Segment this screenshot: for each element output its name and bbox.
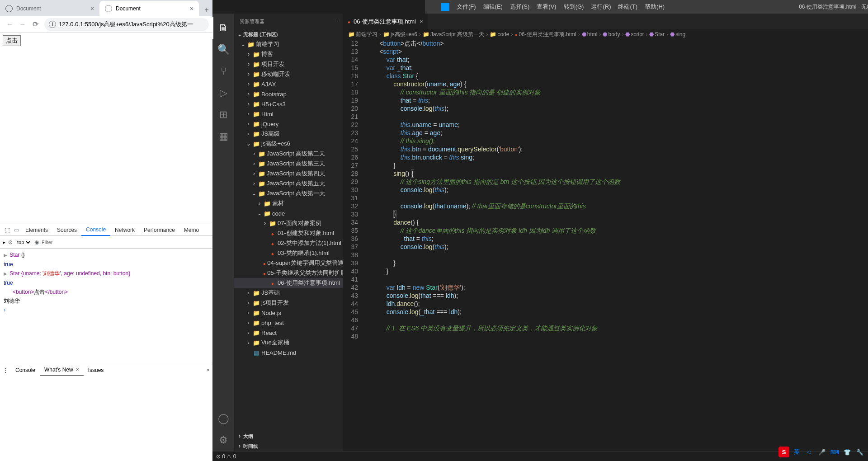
tree-item[interactable]: ›📁jQuery [234, 119, 343, 129]
close-drawer-icon[interactable]: × [207, 367, 210, 373]
close-icon[interactable]: × [76, 367, 79, 373]
toggle-sidebar-icon[interactable]: ▸ [3, 239, 5, 245]
tree-item[interactable]: ›📁JS高级 [234, 129, 343, 139]
tree-item[interactable]: ›📁博客 [234, 49, 343, 59]
tree-item[interactable]: ›📁Html [234, 109, 343, 119]
tree-item[interactable]: ›📁JS基础 [234, 288, 343, 298]
menu-icon[interactable]: ⋮ [3, 367, 8, 373]
inspect-icon[interactable]: ⬚ [3, 227, 12, 233]
tree-item[interactable]: ›📁Node.js [234, 308, 343, 318]
gear-icon[interactable]: ⚙ [212, 429, 234, 451]
new-tab-button[interactable]: + [201, 4, 212, 16]
device-icon[interactable]: ▭ [12, 227, 21, 233]
menu-file[interactable]: 文件(F) [453, 3, 480, 11]
timeline-header[interactable]: ›时间线 [234, 441, 343, 451]
sogou-icon[interactable]: S [778, 447, 789, 457]
ime-voice-icon[interactable]: 🎤 [816, 447, 827, 457]
globe-icon [5, 5, 13, 12]
tree-item[interactable]: ⌄📁JavaScript 高级第一天 [234, 188, 343, 198]
tree-item[interactable]: ›📁JavaScript 高级第五天 [234, 179, 343, 188]
tree-item[interactable]: ›📁素材 [234, 198, 343, 208]
tree-item[interactable]: ›📁项目开发 [234, 59, 343, 69]
ime-keyboard-icon[interactable]: ⌨ [829, 447, 840, 457]
more-icon[interactable]: ⋯ [332, 19, 337, 24]
menu-selection[interactable]: 选择(S) [506, 3, 533, 11]
tree-item[interactable]: ›📁Bootstrap [234, 89, 343, 99]
tree-item[interactable]: ›📁JavaScript 高级第三天 [234, 159, 343, 169]
browser-tab-active[interactable]: Document × [99, 1, 199, 16]
context-select[interactable]: top [15, 239, 32, 245]
tree-item[interactable]: ›📁js项目开发 [234, 298, 343, 308]
extra-icon[interactable]: ▦ [212, 126, 234, 147]
devtools-tab[interactable]: Performance [139, 224, 179, 236]
tree-item[interactable]: ›📁JavaScript 高级第二天 [234, 149, 343, 159]
ime-skin-icon[interactable]: 👕 [842, 447, 853, 457]
tree-item[interactable]: ⬥03-类的继承(1).html [234, 248, 343, 258]
back-button[interactable]: ← [4, 18, 16, 31]
devtools-tab[interactable]: Elements [21, 224, 52, 236]
tree-item[interactable]: ›📁移动端开发 [234, 69, 343, 79]
devtools-tab[interactable]: Sources [52, 224, 81, 236]
status-problems[interactable]: ⊘ 0 ⚠ 0 [216, 453, 236, 460]
clear-icon[interactable]: ⊘ [8, 239, 13, 245]
console-line[interactable]: Star [9, 252, 19, 258]
tree-item[interactable]: ›📁07-面向对象案例 [234, 218, 343, 228]
close-icon[interactable]: × [90, 5, 94, 12]
tree-item[interactable]: ▤README.md [234, 348, 343, 358]
tree-item[interactable]: ⬥01-创建类和对象.html [234, 228, 343, 238]
reload-button[interactable]: ⟳ [29, 18, 42, 31]
debug-icon[interactable]: ▷ [212, 82, 234, 104]
drawer-tab[interactable]: Issues [84, 364, 108, 376]
drawer-tab[interactable]: Console [11, 364, 40, 376]
code-editor[interactable]: 1213141516171819202122232425262728293031… [343, 39, 868, 451]
tree-item[interactable]: ›📁Vue全家桶 [234, 338, 343, 348]
tree-item[interactable]: ›📁React [234, 328, 343, 338]
tree-item[interactable]: ›📁php_test [234, 318, 343, 328]
tree-item[interactable]: ›📁JavaScript 高级第四天 [234, 169, 343, 179]
menu-view[interactable]: 查看(V) [533, 3, 560, 11]
extensions-icon[interactable]: ⊞ [212, 104, 234, 126]
account-icon[interactable]: ◯ [212, 408, 234, 429]
breadcrumb[interactable]: 📁前端学习› 📁js高级+es6› 📁JavaScript 高级第一天› 📁co… [343, 29, 868, 39]
info-icon[interactable]: i [49, 21, 56, 28]
live-expr-icon[interactable]: ◉ [34, 239, 39, 245]
filter-input[interactable] [42, 240, 210, 245]
tree-item[interactable]: ›📁AJAX [234, 79, 343, 89]
menu-edit[interactable]: 编辑(E) [480, 3, 506, 11]
tree-item[interactable]: ⌄📁code [234, 208, 343, 218]
code-text[interactable]: <button>点击</button> <script> var that; v… [365, 39, 868, 451]
devtools-tab[interactable]: Network [110, 224, 139, 236]
console-line[interactable]: Star [9, 270, 19, 277]
tree-item[interactable]: ⬥04-super关键字调用父类普通函数(... [234, 258, 343, 268]
address-input[interactable]: i 127.0.0.1:5500/js高级+es6/JavaScript%20高… [44, 18, 209, 31]
devtools-tab[interactable]: Memo [179, 224, 203, 236]
ime-emoji-icon[interactable]: ☺ [804, 447, 815, 457]
ime-lang[interactable]: 英 [791, 447, 802, 457]
browser-tab[interactable]: Document × [0, 1, 99, 16]
close-tab-icon[interactable]: × [420, 18, 423, 25]
explorer-icon[interactable]: 🗎 [212, 17, 234, 39]
tree-item[interactable]: ›📁H5+Css3 [234, 99, 343, 109]
workspace-header[interactable]: ⌄无标题 (工作区) [234, 29, 343, 39]
ime-tool-icon[interactable]: 🔧 [854, 447, 865, 457]
menu-run[interactable]: 运行(R) [587, 3, 614, 11]
menu-go[interactable]: 转到(G) [560, 3, 588, 11]
tree-item[interactable]: ⌄📁js高级+es6 [234, 139, 343, 149]
source-control-icon[interactable]: ⑂ [212, 61, 234, 82]
tree-item[interactable]: ⬥05-子类继承父类方法同时扩展自己... [234, 268, 343, 278]
page-click-button[interactable]: 点击 [3, 35, 21, 46]
drawer-tab-active[interactable]: What's New× [40, 364, 84, 376]
editor-tab-active[interactable]: ⬥ 06-使用类注意事项.html × [343, 14, 428, 29]
outline-header[interactable]: ›大纲 [234, 431, 343, 441]
close-icon[interactable]: × [190, 5, 193, 12]
console-prompt-icon[interactable]: › [4, 307, 5, 313]
search-icon[interactable]: 🔍 [212, 39, 234, 61]
tree-item[interactable]: ⬥06-使用类注意事项.html [234, 278, 343, 288]
menu-help[interactable]: 帮助(H) [641, 3, 668, 11]
forward-button[interactable]: → [16, 18, 29, 31]
tree-item[interactable]: ⬥02-类中添加方法(1).html [234, 238, 343, 248]
menu-terminal[interactable]: 终端(T) [614, 3, 641, 11]
tree-item[interactable]: ⌄📁前端学习 [234, 39, 343, 49]
vscode-menubar: 文件(F) 编辑(E) 选择(S) 查看(V) 转到(G) 运行(R) 终端(T… [425, 0, 868, 14]
devtools-tab-console[interactable]: Console [81, 224, 110, 236]
